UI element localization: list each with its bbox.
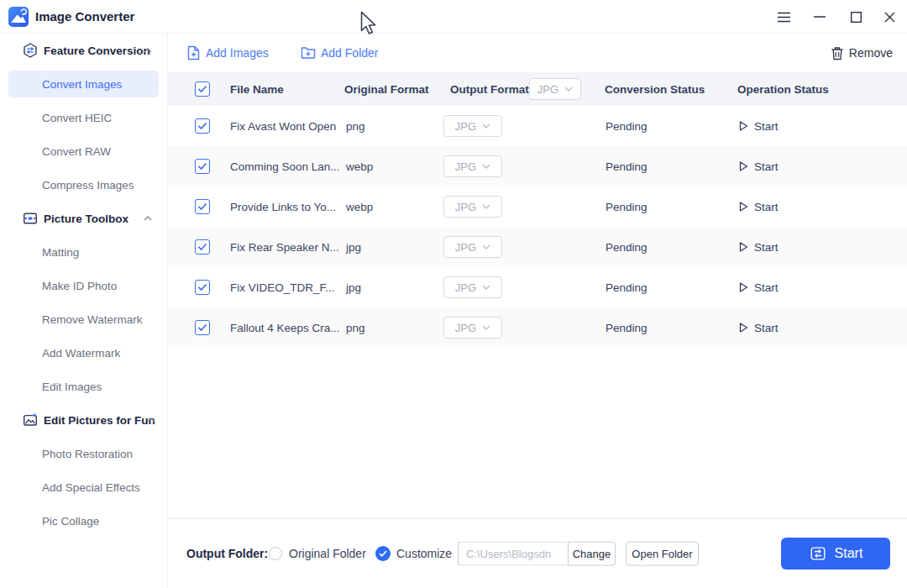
section-label: Edit Pictures for Fun	[44, 414, 155, 427]
output-path-input[interactable]: C:\Users\Blogsdn	[458, 542, 568, 566]
row-checkbox[interactable]	[195, 159, 210, 174]
chevron-down-icon	[482, 244, 490, 249]
output-format-dropdown[interactable]: JPG	[443, 115, 502, 137]
add-images-label: Add Images	[206, 46, 269, 60]
check-icon	[197, 202, 207, 211]
file-name: Fix VIDEO_TDR_F...	[230, 281, 335, 294]
sidebar-item-compress-images[interactable]: Compress Images	[0, 168, 167, 202]
chevron-up-icon[interactable]	[144, 216, 152, 221]
column-header-original-format: Original Format	[344, 83, 429, 96]
remove-label: Remove	[849, 46, 893, 60]
dropdown-value: JPG	[537, 83, 558, 96]
check-icon	[197, 85, 207, 93]
folder-plus-icon	[301, 46, 316, 60]
conversion-status: Pending	[606, 120, 647, 133]
output-format-dropdown[interactable]: JPG	[443, 155, 502, 177]
file-name: Provide Links to Yo...	[230, 201, 336, 213]
output-format-dropdown[interactable]: JPG	[443, 317, 502, 339]
convert-icon	[809, 544, 827, 563]
sidebar-item-convert-heic[interactable]: Convert HEIC	[0, 101, 167, 134]
sidebar-item-photo-restoration[interactable]: Photo Restoration	[0, 437, 167, 470]
customize-checkbox[interactable]	[375, 546, 391, 561]
play-icon	[738, 202, 748, 213]
chevron-down-icon	[482, 123, 490, 129]
row-checkbox[interactable]	[195, 239, 210, 255]
row-checkbox[interactable]	[195, 199, 210, 214]
check-icon	[197, 323, 207, 332]
sidebar-item-remove-watermark[interactable]: Remove Watermark	[0, 302, 167, 336]
sidebar-section-edit-pictures-for-fun[interactable]: Edit Pictures for Fun	[0, 403, 167, 437]
start-label: Start	[835, 546, 863, 561]
close-button[interactable]	[880, 8, 899, 25]
global-output-format-dropdown[interactable]: JPG	[529, 78, 581, 100]
row-start-button[interactable]: Start	[738, 120, 779, 133]
conversion-status: Pending	[606, 322, 647, 334]
remove-button[interactable]: Remove	[831, 34, 893, 72]
add-images-button[interactable]: Add Images	[186, 34, 269, 72]
select-all-checkbox[interactable]	[195, 81, 210, 97]
app-title: Image Converter	[35, 9, 134, 24]
row-checkbox[interactable]	[195, 320, 210, 335]
row-checkbox[interactable]	[195, 118, 210, 134]
section-label: Picture Toolbox	[44, 213, 128, 225]
row-start-button[interactable]: Start	[738, 322, 779, 334]
table-row: Fix VIDEO_TDR_F... jpg JPG Pending Start	[168, 267, 907, 307]
sidebar-item-matting[interactable]: Matting	[0, 235, 167, 269]
start-button[interactable]: Start	[781, 538, 890, 570]
chevron-up-icon[interactable]	[147, 417, 155, 423]
sidebar-section-feature-conversion[interactable]: Feature Conversion	[0, 34, 167, 67]
file-name: Comming Soon Lan...	[230, 160, 340, 173]
file-name: Fix Rear Speaker N...	[230, 241, 339, 254]
main-panel: Add Images Add Folder Remove	[168, 34, 907, 588]
chevron-down-icon	[564, 87, 573, 92]
original-folder-radio[interactable]	[269, 547, 282, 560]
add-folder-label: Add Folder	[321, 46, 378, 60]
sidebar: Feature Conversion Convert Images Conver…	[0, 34, 168, 588]
section-label: Feature Conversion	[44, 45, 150, 57]
open-folder-button[interactable]: Open Folder	[626, 542, 699, 566]
toolbar: Add Images Add Folder Remove	[168, 34, 907, 72]
conversion-status: Pending	[606, 241, 647, 254]
sidebar-section-picture-toolbox[interactable]: Picture Toolbox	[0, 202, 167, 235]
sidebar-item-pic-collage[interactable]: Pic Collage	[0, 504, 167, 538]
sidebar-item-add-special-effects[interactable]: Add Special Effects	[0, 470, 167, 504]
play-icon	[738, 242, 748, 253]
minimize-button[interactable]	[810, 8, 829, 25]
image-converter-window: Image Converter Feature Conversion Conve…	[0, 0, 907, 588]
row-start-button[interactable]: Start	[738, 281, 779, 294]
customize-label: Customize	[396, 547, 452, 560]
play-icon	[738, 282, 748, 293]
sidebar-item-edit-images[interactable]: Edit Images	[0, 370, 167, 403]
maximize-button[interactable]	[847, 8, 865, 25]
check-icon	[379, 550, 387, 557]
original-format: png	[346, 120, 365, 133]
chevron-up-icon[interactable]	[144, 48, 152, 53]
column-header-conversion-status: Conversion Status	[605, 83, 705, 96]
output-format-dropdown[interactable]: JPG	[443, 196, 502, 218]
output-format-dropdown[interactable]: JPG	[443, 276, 502, 298]
sidebar-item-convert-images[interactable]: Convert Images	[0, 67, 167, 101]
play-icon	[738, 161, 748, 172]
check-icon	[197, 122, 207, 130]
chevron-down-icon	[482, 204, 490, 209]
titlebar: Image Converter	[0, 0, 907, 34]
original-format: webp	[346, 160, 373, 173]
column-header-output-format: Output Format	[450, 83, 529, 96]
row-checkbox[interactable]	[195, 280, 210, 295]
file-plus-icon	[186, 45, 201, 60]
conversion-status: Pending	[606, 281, 647, 294]
change-button[interactable]: Change	[568, 542, 616, 566]
row-start-button[interactable]: Start	[738, 160, 779, 173]
add-folder-button[interactable]: Add Folder	[301, 34, 378, 72]
chevron-down-icon	[482, 164, 490, 169]
sidebar-item-add-watermark[interactable]: Add Watermark	[0, 336, 167, 370]
output-format-dropdown[interactable]: JPG	[443, 236, 502, 258]
menu-icon[interactable]	[774, 8, 793, 25]
sidebar-item-convert-raw[interactable]: Convert RAW	[0, 134, 167, 168]
table-row: Provide Links to Yo... webp JPG Pending …	[168, 186, 907, 227]
sidebar-item-make-id-photo[interactable]: Make ID Photo	[0, 269, 167, 302]
row-start-button[interactable]: Start	[738, 201, 779, 213]
row-start-button[interactable]: Start	[738, 241, 779, 254]
chevron-down-icon	[482, 325, 490, 330]
conversion-status: Pending	[606, 201, 647, 213]
